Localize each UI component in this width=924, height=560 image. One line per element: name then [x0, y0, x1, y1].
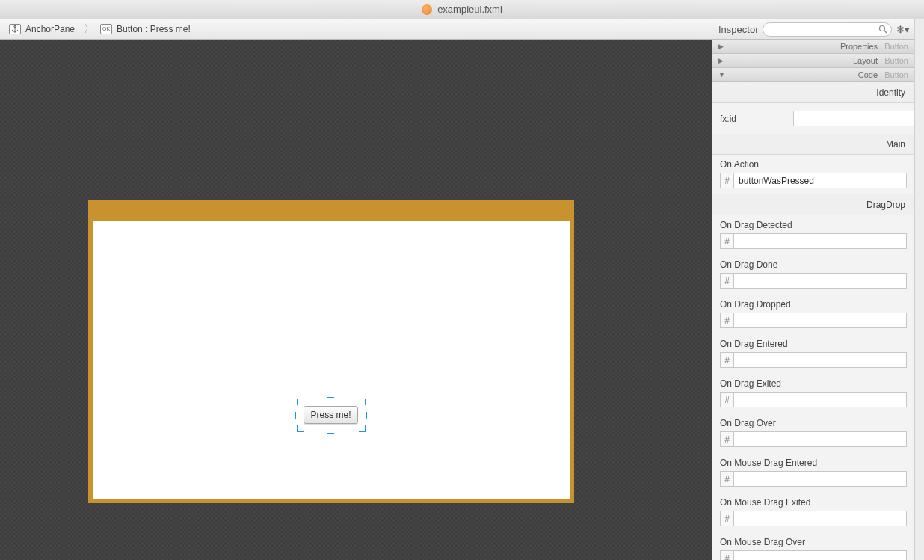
hash-icon: # [720, 233, 733, 249]
section-identity: Identity [712, 82, 914, 103]
onmousedragover-input[interactable] [733, 550, 907, 560]
accordion-code-label: Code [858, 70, 878, 79]
ondragentered-label: On Drag Entered [720, 339, 788, 349]
row-ondragover: On Drag Over # [712, 413, 914, 453]
ondragdone-label: On Drag Done [720, 259, 777, 270]
breadcrumb-anchorpane[interactable]: AnchorPane [4, 19, 82, 39]
section-main: Main [712, 134, 914, 155]
design-area: AnchorPane 〉 Button : Press me! File Edi… [0, 19, 712, 560]
fxid-label: fx:id [720, 114, 786, 124]
ondragdropped-input[interactable] [733, 313, 907, 328]
breadcrumb-seg2-label: Button : Press me! [117, 24, 191, 34]
breadcrumb: AnchorPane 〉 Button : Press me! [0, 19, 712, 40]
inspector-header: Inspector ✻▾ [712, 19, 914, 40]
svg-line-2 [884, 31, 887, 33]
hash-icon: # [720, 471, 733, 487]
design-canvas[interactable]: File Edit Help Press me! [0, 40, 712, 560]
accordion-code[interactable]: ▼ Code : Button [712, 68, 914, 82]
row-ondragdone: On Drag Done # [712, 255, 914, 295]
hash-icon: # [720, 273, 733, 289]
window-title: exampleui.fxml [437, 4, 502, 15]
onaction-label: On Action [720, 159, 759, 170]
resize-handle-w[interactable] [295, 412, 301, 419]
accordion-code-suffix: Button [884, 70, 908, 79]
accordion-layout-label: Layout [853, 56, 878, 65]
accordion-properties[interactable]: ▶ Properties : Button [712, 40, 914, 54]
hash-icon: # [720, 431, 733, 447]
resize-handle-n[interactable] [327, 397, 334, 402]
anchorpane-icon [9, 24, 21, 34]
row-onaction: On Action # [712, 155, 914, 194]
inspector-panel: Inspector ✻▾ ▶ Properties : Button ▶ [712, 19, 914, 560]
onmousedragexited-label: On Mouse Drag Exited [720, 497, 810, 508]
breadcrumb-seg1-label: AnchorPane [25, 24, 75, 34]
hash-icon: # [720, 352, 733, 368]
ondragentered-input[interactable] [733, 352, 907, 368]
svg-point-1 [880, 25, 885, 31]
hash-icon: # [720, 511, 733, 526]
scrollbar-gutter[interactable] [914, 19, 924, 560]
button-icon [100, 24, 112, 34]
row-fxid: fx:id [712, 103, 914, 134]
inspector-search[interactable] [763, 22, 892, 37]
section-dragdrop: DragDrop [712, 194, 914, 215]
accordion-properties-label: Properties [840, 42, 878, 51]
ondragover-input[interactable] [733, 431, 907, 447]
breadcrumb-button[interactable]: Button : Press me! [96, 19, 198, 39]
row-onmousedragover: On Mouse Drag Over # [712, 532, 914, 560]
ondragexited-input[interactable] [733, 392, 907, 407]
onmousedragover-label: On Mouse Drag Over [720, 537, 805, 547]
row-ondragexited: On Drag Exited # [712, 374, 914, 413]
onmousedragentered-label: On Mouse Drag Entered [720, 458, 817, 468]
hash-icon: # [720, 313, 733, 328]
anchorpane-preview[interactable] [93, 221, 570, 499]
hash-icon: # [720, 392, 733, 407]
press-me-button[interactable]: Press me! [304, 406, 358, 424]
search-input[interactable] [763, 22, 892, 37]
row-onmousedragentered: On Mouse Drag Entered # [712, 453, 914, 493]
ondragover-label: On Drag Over [720, 418, 776, 428]
gear-icon[interactable]: ✻▾ [896, 24, 908, 35]
onmousedragentered-input[interactable] [733, 471, 907, 487]
resize-handle-nw[interactable] [297, 399, 304, 405]
row-ondragentered: On Drag Entered # [712, 334, 914, 374]
ondragdetected-input[interactable] [733, 233, 907, 249]
resize-handle-e[interactable] [362, 412, 367, 419]
hash-icon: # [720, 550, 733, 560]
press-me-label: Press me! [310, 410, 351, 420]
ondragdone-input[interactable] [733, 273, 907, 289]
chevron-down-icon: ▼ [718, 71, 726, 79]
fxid-input[interactable] [793, 111, 914, 126]
onmousedragexited-input[interactable] [733, 511, 907, 526]
resize-handle-se[interactable] [359, 425, 366, 432]
code-panel-body[interactable]: Identity fx:id Main On Action # [712, 82, 914, 560]
chevron-right-icon: ▶ [718, 43, 726, 50]
resize-handle-ne[interactable] [359, 399, 366, 405]
chevron-right-icon: ▶ [718, 57, 726, 64]
accordion-layout[interactable]: ▶ Layout : Button [712, 54, 914, 68]
row-ondragdetected: On Drag Detected # [712, 215, 914, 255]
inspector-title: Inspector [718, 24, 758, 35]
search-icon [878, 25, 887, 36]
chevron-right-icon: 〉 [82, 22, 96, 36]
document-icon [422, 4, 432, 15]
accordion-layout-suffix: Button [884, 56, 908, 65]
accordion-properties-suffix: Button [884, 42, 908, 51]
resize-handle-sw[interactable] [297, 425, 304, 432]
resize-handle-s[interactable] [327, 428, 334, 434]
ondragexited-label: On Drag Exited [720, 378, 781, 389]
hash-icon: # [720, 173, 733, 188]
ondragdropped-label: On Drag Dropped [720, 299, 791, 310]
ondragdetected-label: On Drag Detected [720, 220, 792, 230]
row-ondragdropped: On Drag Dropped # [712, 295, 914, 334]
row-onmousedragexited: On Mouse Drag Exited # [712, 493, 914, 532]
window-titlebar: exampleui.fxml [0, 0, 924, 19]
onaction-input[interactable] [733, 173, 907, 188]
